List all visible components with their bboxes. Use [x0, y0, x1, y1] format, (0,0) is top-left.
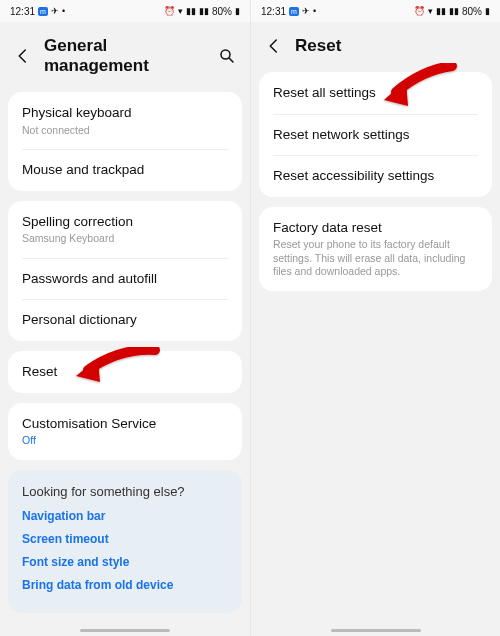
- status-bar: 12:31 m ✈ • ⏰ ▾ ▮▮ ▮▮ 80% ▮: [251, 0, 500, 22]
- row-reset-accessibility-settings[interactable]: Reset accessibility settings: [259, 155, 492, 197]
- row-label: Spelling correction: [22, 213, 228, 231]
- tip-link-font-size[interactable]: Font size and style: [22, 555, 228, 569]
- row-physical-keyboard[interactable]: Physical keyboard Not connected: [8, 92, 242, 149]
- messages-icon: m: [289, 7, 299, 16]
- header: Reset: [251, 22, 500, 72]
- phone-right: 12:31 m ✈ • ⏰ ▾ ▮▮ ▮▮ 80% ▮ Reset Reset …: [250, 0, 500, 636]
- wifi-icon: ▾: [178, 6, 183, 16]
- row-label: Reset: [22, 363, 228, 381]
- search-icon[interactable]: [218, 47, 236, 65]
- alarm-icon: ⏰: [164, 6, 175, 16]
- row-reset[interactable]: Reset: [8, 351, 242, 393]
- settings-scroll[interactable]: Reset all settings Reset network setting…: [251, 72, 500, 321]
- signal2-icon: ▮▮: [449, 6, 459, 16]
- more-icon: •: [313, 6, 316, 16]
- tip-title: Looking for something else?: [22, 484, 228, 499]
- card-factory-reset: Factory data reset Reset your phone to i…: [259, 207, 492, 291]
- card-text-input: Spelling correction Samsung Keyboard Pas…: [8, 201, 242, 341]
- card-reset-options: Reset all settings Reset network setting…: [259, 72, 492, 197]
- status-time: 12:31: [10, 6, 35, 17]
- settings-scroll[interactable]: Physical keyboard Not connected Mouse an…: [0, 92, 250, 636]
- messages-icon: m: [38, 7, 48, 16]
- home-indicator[interactable]: [331, 629, 421, 632]
- card-reset: Reset: [8, 351, 242, 393]
- row-factory-data-reset[interactable]: Factory data reset Reset your phone to i…: [259, 207, 492, 291]
- signal-icon: ▮▮: [186, 6, 196, 16]
- page-title: Reset: [295, 36, 486, 56]
- row-sub: Reset your phone to its factory default …: [273, 238, 478, 279]
- row-customisation-service[interactable]: Customisation Service Off: [8, 403, 242, 460]
- status-battery: 80%: [462, 6, 482, 17]
- signal-icon: ▮▮: [436, 6, 446, 16]
- row-mouse-trackpad[interactable]: Mouse and trackpad: [8, 149, 242, 191]
- battery-icon: ▮: [235, 6, 240, 16]
- tip-link-navigation-bar[interactable]: Navigation bar: [22, 509, 228, 523]
- tip-link-screen-timeout[interactable]: Screen timeout: [22, 532, 228, 546]
- card-input-devices: Physical keyboard Not connected Mouse an…: [8, 92, 242, 191]
- alarm-icon: ⏰: [414, 6, 425, 16]
- row-label: Mouse and trackpad: [22, 161, 228, 179]
- row-spelling-correction[interactable]: Spelling correction Samsung Keyboard: [8, 201, 242, 258]
- back-icon[interactable]: [14, 47, 32, 65]
- card-customisation: Customisation Service Off: [8, 403, 242, 460]
- telegram-icon: ✈: [51, 6, 59, 16]
- more-icon: •: [62, 6, 65, 16]
- row-label: Reset accessibility settings: [273, 167, 478, 185]
- row-sub: Off: [22, 434, 228, 448]
- header: General management: [0, 22, 250, 92]
- signal2-icon: ▮▮: [199, 6, 209, 16]
- phone-left: 12:31 m ✈ • ⏰ ▾ ▮▮ ▮▮ 80% ▮ General mana…: [0, 0, 250, 636]
- row-sub: Samsung Keyboard: [22, 232, 228, 246]
- card-looking-for: Looking for something else? Navigation b…: [8, 470, 242, 613]
- home-indicator[interactable]: [80, 629, 170, 632]
- svg-point-0: [221, 50, 230, 59]
- row-reset-all-settings[interactable]: Reset all settings: [259, 72, 492, 114]
- row-label: Customisation Service: [22, 415, 228, 433]
- row-passwords-autofill[interactable]: Passwords and autofill: [8, 258, 242, 300]
- row-label: Reset all settings: [273, 84, 478, 102]
- row-personal-dictionary[interactable]: Personal dictionary: [8, 299, 242, 341]
- row-label: Physical keyboard: [22, 104, 228, 122]
- status-time: 12:31: [261, 6, 286, 17]
- row-label: Passwords and autofill: [22, 270, 228, 288]
- back-icon[interactable]: [265, 37, 283, 55]
- page-title: General management: [44, 36, 206, 76]
- status-bar: 12:31 m ✈ • ⏰ ▾ ▮▮ ▮▮ 80% ▮: [0, 0, 250, 22]
- status-battery: 80%: [212, 6, 232, 17]
- row-reset-network-settings[interactable]: Reset network settings: [259, 114, 492, 156]
- tip-link-bring-data[interactable]: Bring data from old device: [22, 578, 228, 592]
- row-sub: Not connected: [22, 124, 228, 138]
- row-label: Reset network settings: [273, 126, 478, 144]
- telegram-icon: ✈: [302, 6, 310, 16]
- row-label: Factory data reset: [273, 219, 478, 237]
- row-label: Personal dictionary: [22, 311, 228, 329]
- battery-icon: ▮: [485, 6, 490, 16]
- wifi-icon: ▾: [428, 6, 433, 16]
